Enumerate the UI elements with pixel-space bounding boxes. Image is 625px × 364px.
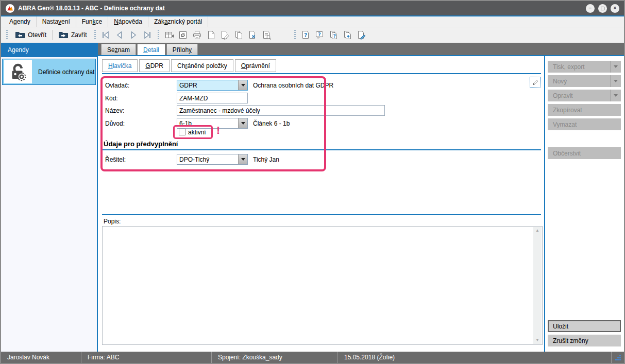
zkopirovat-button[interactable]: Zkopírovat bbox=[548, 104, 621, 116]
exclamation-mark: ! bbox=[216, 124, 220, 136]
scroll-down-icon[interactable]: ▼ bbox=[535, 338, 539, 342]
related-topics-button[interactable] bbox=[341, 29, 354, 41]
copy-document-button[interactable] bbox=[232, 29, 246, 41]
close-button[interactable]: × bbox=[611, 4, 619, 13]
tab-prilohy[interactable]: Přílohy bbox=[166, 44, 198, 55]
svg-text:?: ? bbox=[318, 31, 321, 37]
agenda-icon-box bbox=[4, 60, 32, 83]
resitel-combobox[interactable]: DPO-Tichý bbox=[177, 154, 248, 165]
subtab-gdpr[interactable]: GDPR bbox=[139, 59, 170, 72]
popis-textarea[interactable] bbox=[103, 227, 542, 344]
menu-nastaveni[interactable]: Nastavení bbox=[37, 16, 76, 27]
open-agenda-button[interactable]: Otevřít bbox=[11, 29, 50, 41]
kod-input[interactable] bbox=[177, 93, 248, 103]
maximize-button[interactable] bbox=[598, 4, 607, 13]
subtab-opravneni[interactable]: Oprávnění bbox=[235, 59, 276, 72]
help-topics-button[interactable]: ? bbox=[327, 29, 341, 41]
new-document-icon bbox=[206, 30, 215, 40]
toolbar-grip[interactable] bbox=[6, 30, 8, 40]
duvod-value: 6-1b bbox=[177, 118, 238, 128]
resitel-dropdown-button[interactable] bbox=[238, 154, 247, 164]
tab-detail[interactable]: Detail bbox=[137, 44, 165, 55]
minimize-button[interactable]: − bbox=[586, 4, 595, 13]
context-help-button[interactable]: ? bbox=[313, 29, 327, 41]
print-button[interactable] bbox=[190, 29, 204, 41]
tab-seznam[interactable]: Seznam bbox=[101, 44, 136, 55]
novy-button[interactable]: Nový bbox=[548, 75, 621, 87]
new-document-button[interactable] bbox=[204, 29, 218, 41]
last-record-button[interactable] bbox=[141, 29, 155, 41]
vymazat-button[interactable]: Vymazat bbox=[548, 118, 621, 130]
opravit-dropdown[interactable] bbox=[610, 90, 621, 101]
toolbar-grip[interactable] bbox=[158, 30, 159, 40]
scroll-up-icon[interactable]: ▲ bbox=[535, 229, 539, 233]
open-folder-icon bbox=[15, 31, 25, 39]
menu-zakaznicky-portal[interactable]: Zákaznický portál bbox=[148, 16, 208, 27]
close-agenda-button[interactable]: Zavřít bbox=[54, 29, 91, 41]
next-record-button[interactable] bbox=[127, 29, 141, 41]
tisk-export-button[interactable]: Tisk, export bbox=[548, 61, 621, 73]
context-help-icon: ? bbox=[315, 30, 324, 40]
sidebar-item-definice-ochrany-dat[interactable]: Definice ochrany dat bbox=[2, 59, 96, 85]
last-record-icon bbox=[143, 31, 152, 39]
chevron-down-icon bbox=[241, 158, 245, 161]
subtab-chranene-polozky[interactable]: Chráněné položky bbox=[171, 59, 233, 72]
close-agenda-label: Zavřít bbox=[71, 31, 87, 39]
correct-document-button[interactable] bbox=[246, 29, 260, 41]
svg-text:?: ? bbox=[333, 33, 336, 39]
window-title: ABRA Gen® 18.03.13 - ABC - Definice ochr… bbox=[18, 5, 165, 12]
audit-log-button[interactable] bbox=[260, 29, 274, 41]
chevron-down-icon bbox=[614, 94, 618, 97]
duvod-combobox[interactable]: 6-1b bbox=[177, 118, 248, 129]
ovladac-label: Ovladač: bbox=[105, 82, 129, 89]
ulozit-button[interactable]: Uložit bbox=[548, 320, 621, 332]
popis-field-wrap: ▲ ▼ bbox=[102, 226, 543, 345]
duvod-dropdown-button[interactable] bbox=[238, 118, 247, 128]
novy-dropdown[interactable] bbox=[610, 75, 621, 87]
ovladac-combobox[interactable]: GDPR bbox=[177, 80, 248, 91]
edit-document-button[interactable] bbox=[218, 29, 232, 41]
edit-layout-button[interactable] bbox=[530, 77, 541, 88]
resize-grip-icon bbox=[615, 355, 621, 360]
aktivni-checkbox[interactable] bbox=[179, 129, 185, 135]
toolbar-grip[interactable] bbox=[294, 30, 296, 40]
nazev-label: Název: bbox=[105, 107, 124, 114]
annotation-button[interactable] bbox=[354, 29, 368, 41]
tisk-export-dropdown[interactable] bbox=[610, 61, 621, 73]
popis-scrollbar[interactable]: ▲ ▼ bbox=[533, 227, 542, 344]
help-button[interactable]: ? bbox=[299, 29, 313, 41]
toolbar-grip[interactable] bbox=[94, 30, 96, 40]
chevron-down-icon bbox=[241, 84, 245, 86]
refresh-icon bbox=[178, 30, 188, 40]
app-window: ABRA Gen® 18.03.13 - ABC - Definice ochr… bbox=[0, 0, 625, 364]
annotation-icon bbox=[357, 30, 366, 40]
chevron-down-icon bbox=[614, 80, 618, 82]
menu-funkce[interactable]: Funkce bbox=[76, 16, 108, 27]
copy-document-icon bbox=[234, 30, 244, 40]
detail-content: Hlavička GDPR Chráněné položky Oprávnění… bbox=[98, 56, 544, 352]
opravit-button[interactable]: Opravit bbox=[548, 90, 621, 101]
zrusit-zmeny-button[interactable]: Zrušit změny bbox=[548, 335, 621, 346]
insert-record-button[interactable] bbox=[162, 29, 176, 41]
menu-agendy[interactable]: Agendy bbox=[4, 16, 37, 27]
section-header-udaje: Údaje pro předvyplnění bbox=[104, 140, 178, 148]
help-topics-icon: ? bbox=[329, 30, 339, 40]
popis-divider-line bbox=[102, 214, 541, 215]
prior-record-button[interactable] bbox=[113, 29, 127, 41]
menu-napoveda[interactable]: Nápověda bbox=[108, 16, 148, 27]
nazev-input[interactable] bbox=[177, 105, 385, 116]
obcerstvit-button[interactable]: Občerstvit bbox=[548, 147, 621, 159]
status-date: 15.05.2018 (Žofie) bbox=[338, 352, 612, 363]
open-agenda-label: Otevřít bbox=[28, 31, 46, 39]
sidebar-item-label: Definice ochrany dat bbox=[38, 68, 94, 76]
sidebar-header: Agendy bbox=[1, 43, 97, 57]
first-record-button[interactable] bbox=[99, 29, 113, 41]
close-folder-icon bbox=[58, 31, 69, 39]
ovladac-dropdown-button[interactable] bbox=[238, 80, 247, 90]
refresh-button[interactable] bbox=[176, 29, 190, 41]
resize-grip[interactable] bbox=[612, 352, 624, 363]
title-bar: ABRA Gen® 18.03.13 - ABC - Definice ochr… bbox=[1, 1, 624, 15]
subtab-hlavicka[interactable]: Hlavička bbox=[102, 59, 138, 72]
main-tab-strip: Seznam Detail Přílohy bbox=[98, 43, 624, 55]
audit-log-icon bbox=[262, 30, 272, 40]
